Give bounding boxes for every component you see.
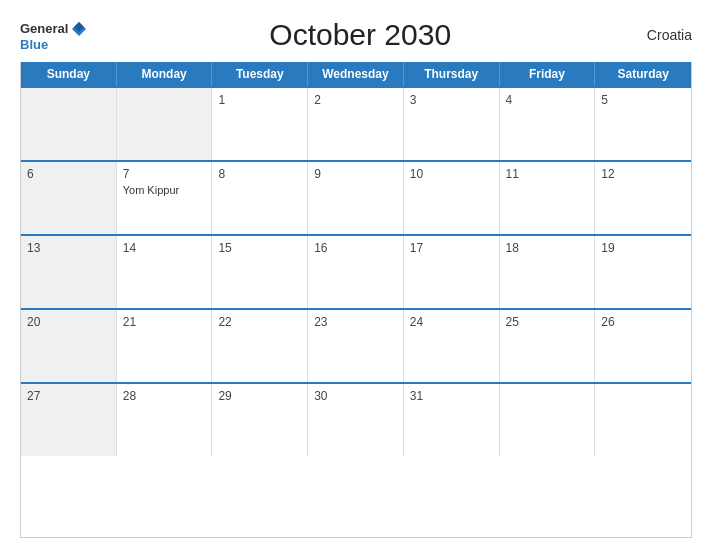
calendar-cell <box>117 88 213 160</box>
calendar-cell: 24 <box>404 310 500 382</box>
calendar-week-5: 2728293031 <box>21 382 691 456</box>
day-header-wednesday: Wednesday <box>308 62 404 86</box>
day-number: 10 <box>410 167 493 181</box>
calendar: SundayMondayTuesdayWednesdayThursdayFrid… <box>20 62 692 538</box>
calendar-cell: 26 <box>595 310 691 382</box>
calendar-cell <box>21 88 117 160</box>
day-number: 2 <box>314 93 397 107</box>
day-header-monday: Monday <box>117 62 213 86</box>
calendar-cell <box>595 384 691 456</box>
calendar-cell <box>500 384 596 456</box>
day-number: 17 <box>410 241 493 255</box>
day-header-sunday: Sunday <box>21 62 117 86</box>
calendar-cell: 12 <box>595 162 691 234</box>
calendar-cell: 9 <box>308 162 404 234</box>
calendar-cell: 14 <box>117 236 213 308</box>
day-number: 26 <box>601 315 685 329</box>
day-number: 3 <box>410 93 493 107</box>
day-number: 27 <box>27 389 110 403</box>
calendar-cell: 19 <box>595 236 691 308</box>
calendar-cell: 29 <box>212 384 308 456</box>
calendar-cell: 30 <box>308 384 404 456</box>
day-number: 24 <box>410 315 493 329</box>
calendar-cell: 13 <box>21 236 117 308</box>
day-number: 30 <box>314 389 397 403</box>
calendar-cell: 7Yom Kippur <box>117 162 213 234</box>
day-header-thursday: Thursday <box>404 62 500 86</box>
day-number: 23 <box>314 315 397 329</box>
day-number: 22 <box>218 315 301 329</box>
calendar-body: 1234567Yom Kippur89101112131415161718192… <box>21 86 691 456</box>
logo-blue-text: Blue <box>20 38 48 51</box>
country-label: Croatia <box>632 27 692 43</box>
day-number: 12 <box>601 167 685 181</box>
day-number: 7 <box>123 167 206 181</box>
calendar-cell: 8 <box>212 162 308 234</box>
calendar-week-1: 12345 <box>21 86 691 160</box>
day-number: 8 <box>218 167 301 181</box>
calendar-cell: 2 <box>308 88 404 160</box>
calendar-cell: 23 <box>308 310 404 382</box>
calendar-cell: 1 <box>212 88 308 160</box>
day-number: 28 <box>123 389 206 403</box>
calendar-cell: 10 <box>404 162 500 234</box>
day-header-tuesday: Tuesday <box>212 62 308 86</box>
day-number: 6 <box>27 167 110 181</box>
calendar-page: General Blue October 2030 Croatia Sunday… <box>0 0 712 550</box>
calendar-cell: 5 <box>595 88 691 160</box>
calendar-cell: 27 <box>21 384 117 456</box>
day-number: 20 <box>27 315 110 329</box>
logo: General Blue <box>20 20 88 51</box>
calendar-cell: 22 <box>212 310 308 382</box>
calendar-cell: 25 <box>500 310 596 382</box>
calendar-cell: 31 <box>404 384 500 456</box>
day-number: 25 <box>506 315 589 329</box>
day-number: 14 <box>123 241 206 255</box>
day-number: 31 <box>410 389 493 403</box>
day-header-friday: Friday <box>500 62 596 86</box>
calendar-cell: 15 <box>212 236 308 308</box>
header: General Blue October 2030 Croatia <box>20 18 692 52</box>
calendar-cell: 28 <box>117 384 213 456</box>
day-number: 21 <box>123 315 206 329</box>
day-number: 11 <box>506 167 589 181</box>
calendar-cell: 21 <box>117 310 213 382</box>
logo-general-text: General <box>20 22 68 35</box>
day-number: 15 <box>218 241 301 255</box>
day-number: 1 <box>218 93 301 107</box>
calendar-week-2: 67Yom Kippur89101112 <box>21 160 691 234</box>
day-number: 18 <box>506 241 589 255</box>
calendar-cell: 17 <box>404 236 500 308</box>
day-number: 29 <box>218 389 301 403</box>
calendar-cell: 6 <box>21 162 117 234</box>
day-header-saturday: Saturday <box>595 62 691 86</box>
day-number: 9 <box>314 167 397 181</box>
calendar-week-3: 13141516171819 <box>21 234 691 308</box>
calendar-cell: 3 <box>404 88 500 160</box>
day-number: 13 <box>27 241 110 255</box>
page-title: October 2030 <box>88 18 632 52</box>
calendar-cell: 4 <box>500 88 596 160</box>
day-number: 5 <box>601 93 685 107</box>
calendar-cell: 11 <box>500 162 596 234</box>
event-label: Yom Kippur <box>123 184 206 196</box>
calendar-cell: 16 <box>308 236 404 308</box>
calendar-cell: 20 <box>21 310 117 382</box>
day-number: 4 <box>506 93 589 107</box>
calendar-cell: 18 <box>500 236 596 308</box>
logo-flag-icon <box>70 20 88 38</box>
day-number: 19 <box>601 241 685 255</box>
day-number: 16 <box>314 241 397 255</box>
calendar-week-4: 20212223242526 <box>21 308 691 382</box>
calendar-header: SundayMondayTuesdayWednesdayThursdayFrid… <box>21 62 691 86</box>
